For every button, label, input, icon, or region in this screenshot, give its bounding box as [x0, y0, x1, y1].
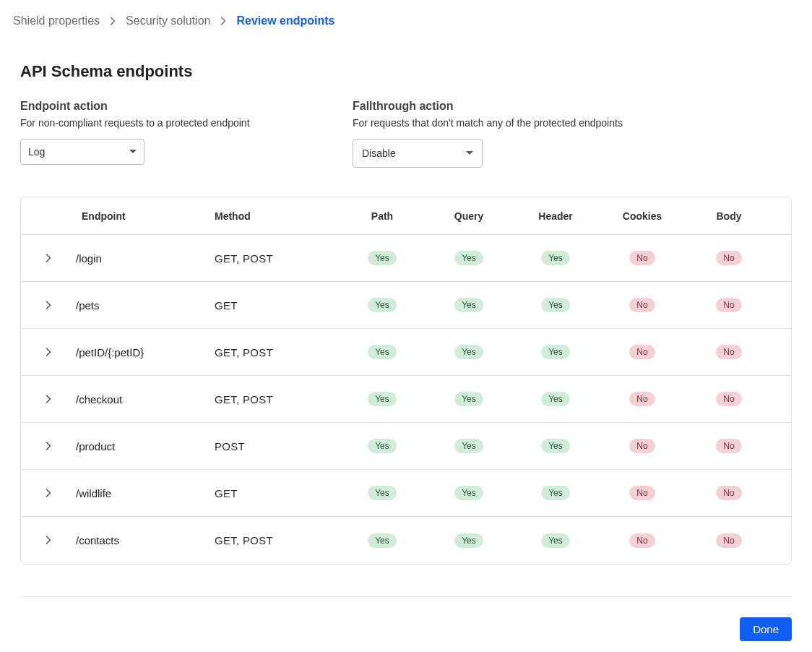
query-cell: Yes [426, 392, 512, 406]
chevron-right-icon [110, 17, 116, 25]
chevron-right-icon [220, 17, 226, 25]
cookies-cell: No [599, 439, 686, 453]
status-pill: Yes [454, 298, 483, 312]
fallthrough-action-value: Disable [362, 147, 396, 159]
status-pill: No [629, 439, 655, 453]
th-path: Path [339, 210, 426, 222]
expand-toggle[interactable] [21, 299, 76, 312]
method-cell: GET, POST [209, 346, 339, 359]
chevron-right-icon [46, 487, 51, 499]
table-row[interactable]: /petsGETYesYesYesNoNo [21, 282, 791, 329]
status-pill: No [716, 251, 741, 265]
header-cell: Yes [512, 486, 599, 500]
path-cell: Yes [339, 439, 426, 453]
method-cell: GET, POST [209, 393, 339, 406]
breadcrumb-item-review[interactable]: Review endpoints [236, 14, 334, 27]
method-cell: GET [209, 487, 339, 499]
th-endpoint: Endpoint [76, 210, 209, 222]
status-pill: Yes [368, 533, 397, 548]
page-title: API Schema endpoints [20, 62, 792, 81]
chevron-right-icon [46, 440, 51, 452]
status-pill: No [716, 486, 741, 500]
status-pill: Yes [541, 298, 570, 312]
status-pill: Yes [454, 392, 483, 406]
expand-toggle[interactable] [21, 534, 76, 546]
cookies-cell: No [599, 251, 686, 265]
endpoint-cell: /checkout [76, 393, 209, 406]
done-button[interactable]: Done [740, 617, 792, 641]
table-row[interactable]: /checkoutGET, POSTYesYesYesNoNo [21, 376, 791, 423]
header-cell: Yes [512, 345, 599, 359]
path-cell: Yes [339, 298, 426, 312]
fallthrough-action-group: Fallthrough action For requests that don… [353, 100, 685, 168]
status-pill: No [629, 392, 655, 406]
caret-down-icon [466, 151, 473, 155]
cookies-cell: No [599, 486, 686, 500]
status-pill: Yes [368, 392, 397, 406]
status-pill: No [716, 298, 741, 312]
divider [20, 596, 792, 597]
th-cookies: Cookies [599, 210, 686, 222]
path-cell: Yes [339, 345, 426, 359]
query-cell: Yes [426, 439, 512, 453]
endpoint-action-label: Endpoint action [20, 100, 353, 113]
expand-toggle[interactable] [21, 346, 76, 359]
expand-toggle[interactable] [21, 252, 76, 265]
endpoint-cell: /wildlife [76, 487, 209, 499]
status-pill: Yes [541, 392, 570, 406]
table-row[interactable]: /productPOSTYesYesYesNoNo [21, 423, 791, 470]
status-pill: Yes [541, 251, 570, 265]
expand-toggle[interactable] [21, 487, 76, 499]
query-cell: Yes [426, 533, 512, 548]
path-cell: Yes [339, 486, 426, 500]
footer: Done [20, 617, 792, 641]
header-cell: Yes [512, 439, 599, 453]
body-cell: No [686, 392, 772, 406]
method-cell: GET, POST [209, 534, 339, 546]
status-pill: No [629, 486, 655, 500]
endpoint-cell: /petID/{:petID} [76, 346, 209, 359]
path-cell: Yes [339, 392, 426, 406]
chevron-right-icon [46, 534, 51, 546]
breadcrumb-item-shield[interactable]: Shield properties [13, 14, 100, 27]
status-pill: Yes [454, 533, 483, 548]
status-pill: Yes [454, 345, 483, 359]
method-cell: GET [209, 299, 339, 312]
expand-toggle[interactable] [21, 440, 76, 452]
endpoint-action-desc: For non-compliant requests to a protecte… [20, 117, 353, 129]
th-method: Method [209, 210, 339, 222]
chevron-right-icon [46, 299, 51, 312]
status-pill: Yes [541, 486, 570, 500]
query-cell: Yes [426, 298, 512, 312]
header-cell: Yes [512, 251, 599, 265]
body-cell: No [686, 251, 772, 265]
fallthrough-action-desc: For requests that don't match any of the… [353, 117, 685, 129]
status-pill: No [629, 298, 655, 312]
status-pill: Yes [541, 439, 570, 453]
table-row[interactable]: /petID/{:petID}GET, POSTYesYesYesNoNo [21, 329, 791, 376]
fallthrough-action-select[interactable]: Disable [353, 139, 483, 168]
table-row[interactable]: /loginGET, POSTYesYesYesNoNo [21, 235, 791, 282]
th-header: Header [512, 210, 599, 222]
method-cell: POST [209, 440, 339, 452]
actions-row: Endpoint action For non-compliant reques… [20, 100, 792, 168]
table-row[interactable]: /contactsGET, POSTYesYesYesNoNo [21, 517, 791, 564]
cookies-cell: No [599, 533, 686, 548]
breadcrumb: Shield properties Security solution Revi… [13, 14, 799, 27]
query-cell: Yes [426, 486, 512, 500]
method-cell: GET, POST [209, 252, 339, 265]
status-pill: Yes [541, 345, 570, 359]
table-row[interactable]: /wildlifeGETYesYesYesNoNo [21, 470, 791, 517]
status-pill: Yes [454, 439, 483, 453]
status-pill: Yes [368, 345, 397, 359]
caret-down-icon [129, 150, 137, 154]
status-pill: Yes [368, 486, 397, 500]
status-pill: No [629, 251, 655, 265]
expand-toggle[interactable] [21, 393, 76, 406]
status-pill: No [629, 533, 655, 548]
endpoint-action-select[interactable]: Log [20, 139, 144, 165]
fallthrough-action-label: Fallthrough action [353, 100, 685, 113]
endpoint-cell: /product [76, 440, 209, 452]
breadcrumb-item-security[interactable]: Security solution [126, 14, 210, 27]
th-body: Body [686, 210, 772, 222]
